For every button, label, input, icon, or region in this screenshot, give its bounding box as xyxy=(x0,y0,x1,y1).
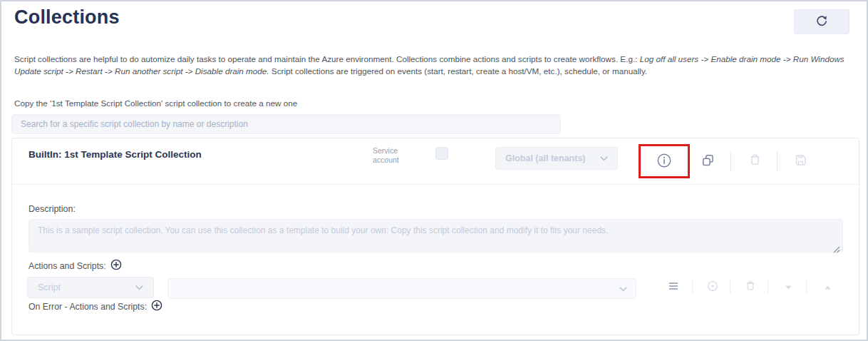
refresh-button[interactable] xyxy=(794,9,849,34)
highlight-box xyxy=(639,144,690,178)
script-select-dropdown[interactable] xyxy=(167,278,636,299)
intro-text: Script collections are helpful to do aut… xyxy=(14,54,858,77)
circled-plus-icon xyxy=(151,300,162,313)
search-input[interactable] xyxy=(11,114,561,134)
divider xyxy=(777,151,777,171)
actions-scripts-label: Actions and Scripts: xyxy=(29,261,106,271)
script-type-dropdown[interactable]: Script xyxy=(27,277,154,298)
divider xyxy=(806,280,807,293)
trash-icon xyxy=(745,280,756,294)
divider xyxy=(730,151,731,171)
copy-button[interactable] xyxy=(695,148,720,174)
triangle-up-icon xyxy=(824,282,832,292)
page-title: Collections xyxy=(14,6,120,29)
divider xyxy=(768,280,768,293)
script-type-value: Script xyxy=(38,283,61,292)
collections-page: Collections Script collections are helpf… xyxy=(0,0,868,341)
triangle-down-icon xyxy=(785,282,792,292)
circled-plus-icon xyxy=(110,259,122,273)
info-button[interactable] xyxy=(651,148,677,174)
actions-scripts-row: Actions and Scripts: xyxy=(29,259,122,273)
refresh-icon xyxy=(816,15,827,29)
chevron-down-icon xyxy=(600,153,608,163)
tenant-dropdown[interactable]: Global (all tenants) xyxy=(495,147,618,170)
copy-hint-text: Copy the '1st Template Script Collection… xyxy=(14,98,297,108)
description-textarea[interactable]: This is a sample script collection. You … xyxy=(29,219,843,253)
hamburger-icon xyxy=(668,282,678,292)
move-up-button[interactable] xyxy=(817,277,837,297)
add-action-button[interactable] xyxy=(110,259,122,273)
add-onerror-button[interactable] xyxy=(151,300,162,313)
tenant-dropdown-value: Global (all tenants) xyxy=(505,153,586,163)
menu-button[interactable] xyxy=(663,277,683,297)
service-account-label: Service account xyxy=(373,146,414,165)
save-icon xyxy=(794,153,807,169)
add-row-button[interactable] xyxy=(703,277,723,297)
collection-card: BuiltIn: 1st Template Script Collection … xyxy=(11,138,859,335)
move-down-button[interactable] xyxy=(778,277,798,297)
circle-dot-icon xyxy=(707,280,718,294)
resize-handle-icon[interactable] xyxy=(833,243,840,250)
divider xyxy=(692,280,693,293)
on-error-row: On Error - Actions and Scripts: xyxy=(29,300,162,313)
collection-title: BuiltIn: 1st Template Script Collection xyxy=(29,149,202,160)
on-error-label: On Error - Actions and Scripts: xyxy=(29,302,147,312)
divider xyxy=(730,280,730,293)
delete-row-button[interactable] xyxy=(740,277,760,297)
delete-button[interactable] xyxy=(742,148,768,174)
save-button[interactable] xyxy=(787,148,813,174)
service-account-checkbox[interactable] xyxy=(435,147,448,160)
description-label: Description: xyxy=(29,204,76,214)
chevron-down-icon xyxy=(619,284,627,294)
info-icon xyxy=(656,152,673,171)
chevron-down-icon xyxy=(135,283,143,292)
divider xyxy=(12,184,859,185)
copy-icon xyxy=(701,153,715,169)
trash-icon xyxy=(748,153,762,169)
